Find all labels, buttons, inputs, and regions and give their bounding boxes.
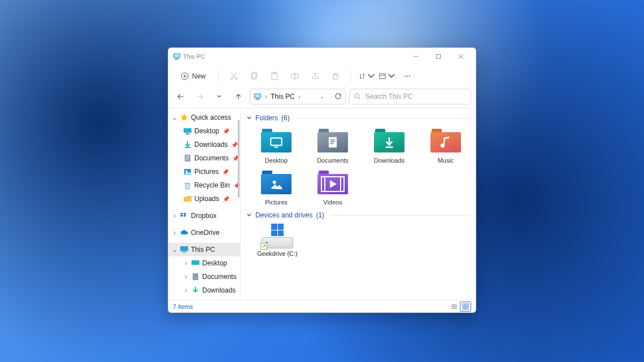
address-dropdown-button[interactable]: ⌄	[320, 93, 324, 99]
folder-icon	[183, 194, 192, 203]
folder-tile-music[interactable]: Music	[424, 127, 468, 164]
folder-icon	[261, 171, 291, 194]
chevron-right-icon[interactable]: ›	[183, 286, 189, 294]
search-input[interactable]	[365, 93, 466, 101]
windows-logo-icon	[271, 224, 284, 236]
dropbox-icon	[180, 211, 189, 220]
svg-rect-61	[466, 304, 468, 306]
folder-icon	[374, 129, 404, 152]
sidebar-item-this-pc[interactable]: ⌄ This PC	[168, 243, 240, 256]
details-view-button[interactable]	[449, 302, 460, 312]
maximize-button[interactable]	[427, 49, 450, 64]
shortcut-overlay-icon: ↗	[260, 243, 267, 250]
desktop-icon	[183, 127, 192, 136]
refresh-button[interactable]	[334, 93, 342, 100]
sidebar-item-label: Pictures	[194, 168, 219, 176]
separator	[218, 70, 219, 82]
window-body: ⌄ Quick access Desktop 📌 Downloads 📌	[168, 108, 476, 300]
paste-button[interactable]	[266, 68, 283, 84]
command-bar: New	[168, 65, 476, 88]
folder-icon	[317, 129, 348, 152]
sidebar-item-documents[interactable]: Documents 📌	[180, 151, 240, 165]
minimize-button[interactable]	[404, 49, 427, 64]
folder-tile-documents[interactable]: Documents	[311, 127, 355, 164]
svg-rect-23	[380, 74, 386, 79]
cut-button[interactable]	[225, 68, 242, 84]
sidebar-item-pc-desktop[interactable]: › Desktop	[180, 256, 240, 270]
sidebar-item-desktop[interactable]: Desktop 📌	[180, 124, 240, 138]
sidebar-item-uploads[interactable]: Uploads 📌	[180, 192, 240, 206]
svg-line-14	[231, 73, 236, 78]
this-pc-icon	[173, 53, 181, 60]
chevron-right-icon[interactable]: ›	[172, 229, 177, 237]
svg-rect-5	[437, 54, 441, 58]
sidebar-item-pc-documents[interactable]: › Documents	[180, 270, 240, 284]
share-button[interactable]	[307, 68, 324, 84]
sidebar-item-label: Desktop	[194, 127, 219, 135]
svg-rect-2	[175, 58, 178, 59]
view-button[interactable]	[378, 68, 395, 84]
new-button-label: New	[192, 72, 206, 80]
status-bar: 7 items	[168, 300, 476, 312]
sidebar-scrollbar[interactable]	[238, 120, 240, 198]
more-button[interactable]	[399, 68, 416, 84]
trash-icon	[331, 72, 340, 81]
sort-button[interactable]	[358, 68, 375, 84]
chevron-down-icon[interactable]: ⌄	[172, 114, 177, 121]
forward-button[interactable]	[192, 89, 208, 104]
svg-point-32	[355, 94, 359, 98]
status-item-count: 7 items	[173, 303, 193, 310]
breadcrumb-this-pc[interactable]: This PC	[271, 93, 295, 101]
sidebar-item-pictures[interactable]: Pictures 📌	[180, 165, 240, 178]
navigation-pane: ⌄ Quick access Desktop 📌 Downloads 📌	[168, 108, 241, 300]
svg-rect-63	[466, 307, 468, 309]
sidebar-item-pc-downloads[interactable]: › Downloads	[180, 284, 240, 297]
up-button[interactable]	[230, 89, 246, 104]
chevron-down-icon[interactable]: ⌄	[172, 246, 177, 254]
sidebar-item-dropbox[interactable]: › Dropbox	[168, 209, 240, 223]
search-icon	[354, 93, 361, 100]
ellipsis-icon	[403, 72, 412, 81]
chevron-right-icon[interactable]: ›	[298, 93, 301, 101]
chevron-right-icon[interactable]: ›	[172, 212, 177, 220]
svg-point-27	[409, 76, 410, 77]
tile-label: Documents	[317, 157, 349, 164]
chevron-right-icon[interactable]: ›	[265, 93, 267, 101]
sidebar-item-recycle-bin[interactable]: Recycle Bin 📌	[180, 178, 240, 192]
layout-icon	[378, 72, 386, 81]
drive-tile-c[interactable]: ↗ Geekdrive (C:)	[254, 224, 301, 257]
folder-tile-pictures[interactable]: Pictures	[254, 168, 298, 206]
svg-rect-30	[256, 98, 259, 99]
sidebar-item-downloads[interactable]: Downloads 📌	[180, 138, 240, 151]
rename-button[interactable]	[286, 68, 303, 84]
pin-icon: 📌	[223, 196, 229, 202]
new-button[interactable]: New	[175, 68, 211, 84]
group-header-folders[interactable]: Folders (6)	[246, 112, 470, 124]
picture-icon	[183, 167, 192, 176]
recent-locations-button[interactable]	[211, 89, 227, 104]
group-title: Folders	[255, 114, 278, 122]
svg-rect-34	[184, 128, 192, 133]
address-bar[interactable]: › This PC › ⌄	[250, 89, 346, 104]
copy-icon	[250, 72, 259, 81]
svg-rect-35	[186, 133, 189, 134]
sidebar-item-quick-access[interactable]: ⌄ Quick access	[168, 111, 240, 124]
icons-view-button[interactable]	[460, 302, 471, 312]
svg-rect-48	[193, 273, 198, 280]
search-box[interactable]	[349, 89, 471, 104]
chevron-down-icon	[367, 72, 375, 81]
sort-icon	[358, 72, 366, 81]
copy-button[interactable]	[246, 68, 263, 84]
folder-tile-desktop[interactable]: Desktop	[254, 127, 298, 164]
folder-tile-videos[interactable]: Videos	[311, 168, 355, 206]
group-title: Devices and drives	[255, 211, 312, 219]
chevron-right-icon[interactable]: ›	[183, 259, 189, 267]
back-button[interactable]	[173, 89, 189, 104]
chevron-right-icon[interactable]: ›	[183, 273, 189, 281]
group-header-drives[interactable]: Devices and drives (1)	[246, 209, 470, 221]
clipboard-icon	[270, 72, 279, 81]
sidebar-item-onedrive[interactable]: › OneDrive	[168, 226, 240, 239]
folder-tile-downloads[interactable]: Downloads	[367, 127, 411, 164]
delete-button[interactable]	[327, 68, 344, 84]
close-button[interactable]	[450, 49, 472, 64]
